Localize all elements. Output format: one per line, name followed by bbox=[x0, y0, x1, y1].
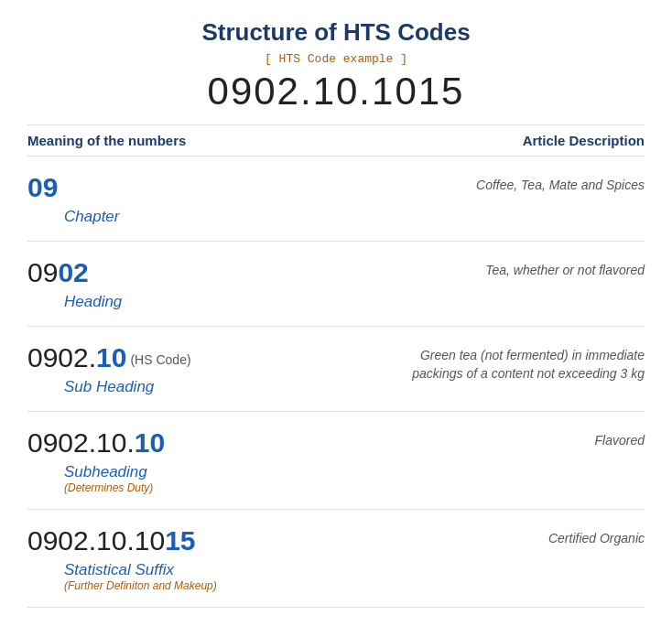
row-subheading-hs: 0902.10(HS Code) Sub Heading Green tea (… bbox=[27, 327, 645, 412]
row-left-subheading-duty: 0902.10.10 Subheading (Determines Duty) bbox=[27, 426, 595, 494]
row-left-heading: 0902 Heading bbox=[27, 256, 485, 311]
row-right-chapter: Coffee, Tea, Mate and Spices bbox=[476, 171, 645, 195]
row-subheading-duty: 0902.10.10 Subheading (Determines Duty) … bbox=[27, 412, 645, 510]
code-segment-statistical: 0902.10.1015 bbox=[27, 524, 530, 557]
row-left-subheading-hs: 0902.10(HS Code) Sub Heading bbox=[27, 341, 388, 396]
row-right-statistical: Certified Organic bbox=[548, 524, 645, 548]
col-right-header: Article Description bbox=[523, 133, 645, 148]
page-title: Structure of HTS Codes bbox=[27, 18, 645, 47]
row-right-subheading-hs: Green tea (not fermented) in immediate p… bbox=[388, 341, 645, 383]
code-prefix-subheading-hs: 0902. bbox=[27, 342, 96, 372]
row-right-heading: Tea, whether or not flavored bbox=[485, 256, 645, 280]
code-highlight-subheading-duty: 10 bbox=[135, 427, 165, 458]
code-prefix-subheading-duty: 0902.10. bbox=[27, 427, 135, 458]
code-segment-heading: 0902 bbox=[27, 256, 467, 289]
hts-code-display: 0902.10.1015 bbox=[27, 70, 645, 113]
segment-label-chapter: Chapter bbox=[64, 208, 458, 226]
row-left-chapter: 09 Chapter bbox=[27, 171, 476, 226]
segment-sublabel-subheading-duty: (Determines Duty) bbox=[64, 481, 577, 494]
code-highlight-chapter: 09 bbox=[27, 172, 58, 202]
code-highlight-subheading-hs: 10 bbox=[96, 342, 126, 372]
segment-label-heading: Heading bbox=[64, 293, 467, 311]
code-segment-subheading-hs: 0902.10(HS Code) bbox=[27, 341, 370, 374]
row-statistical: 0902.10.1015 Statistical Suffix (Further… bbox=[27, 510, 645, 608]
page-header: Structure of HTS Codes [ HTS Code exampl… bbox=[27, 18, 645, 113]
code-highlight-heading: 02 bbox=[58, 257, 88, 287]
row-left-statistical: 0902.10.1015 Statistical Suffix (Further… bbox=[27, 524, 548, 592]
code-highlight-statistical: 15 bbox=[165, 525, 195, 556]
segment-sublabel-statistical: (Further Definiton and Makeup) bbox=[64, 579, 530, 592]
code-segment-chapter: 09 bbox=[27, 171, 458, 204]
code-prefix-statistical: 0902.10.10 bbox=[27, 525, 165, 556]
segment-label-subheading-hs: Sub Heading bbox=[64, 378, 370, 396]
hs-code-label: (HS Code) bbox=[130, 352, 190, 367]
row-chapter: 09 Chapter Coffee, Tea, Mate and Spices bbox=[27, 157, 645, 242]
col-left-header: Meaning of the numbers bbox=[27, 133, 186, 148]
page-container: Structure of HTS Codes [ HTS Code exampl… bbox=[27, 18, 645, 608]
row-heading: 0902 Heading Tea, whether or not flavore… bbox=[27, 242, 645, 327]
code-segment-subheading-duty: 0902.10.10 bbox=[27, 426, 577, 459]
segment-label-statistical: Statistical Suffix bbox=[64, 561, 530, 579]
segment-label-subheading-duty: Subheading bbox=[64, 463, 577, 481]
row-right-subheading-duty: Flavored bbox=[595, 426, 645, 450]
code-prefix-heading: 09 bbox=[27, 257, 58, 287]
column-headers: Meaning of the numbers Article Descripti… bbox=[27, 124, 645, 157]
code-label: [ HTS Code example ] bbox=[27, 52, 645, 66]
